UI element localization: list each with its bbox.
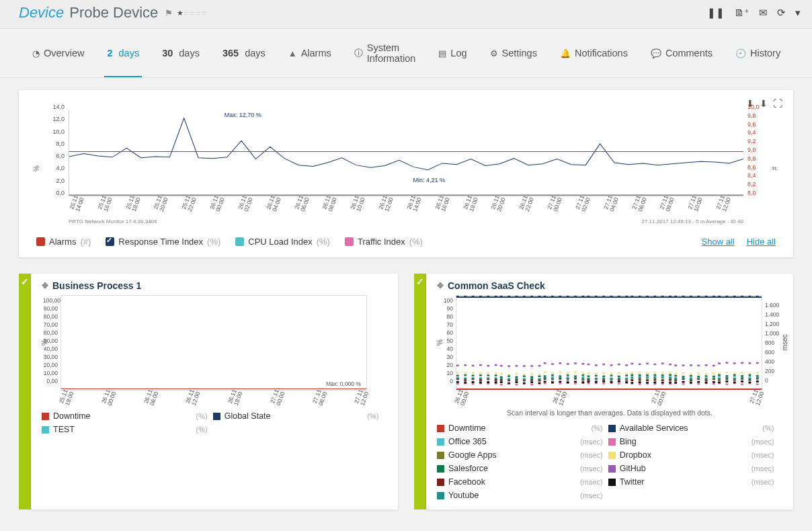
pause-icon[interactable]: ❚❚ <box>705 5 727 20</box>
tab-icon: ▲ <box>288 48 297 58</box>
mail-icon[interactable]: ✉ <box>757 5 770 20</box>
chart-footer-right: 27.11.2017 12:49:13 - 5 m Average - ID 4… <box>641 218 743 224</box>
expand-icon[interactable]: ⛶ <box>773 98 782 109</box>
checkbox-icon[interactable] <box>106 237 114 246</box>
svg-rect-441 <box>602 378 605 380</box>
svg-rect-387 <box>516 382 518 384</box>
checkbox-icon[interactable] <box>235 237 244 246</box>
svg-rect-278 <box>639 374 641 376</box>
svg-rect-276 <box>625 374 628 376</box>
svg-rect-388 <box>523 382 526 384</box>
tab-365days[interactable]: 365days <box>220 36 268 77</box>
svg-rect-329 <box>705 364 708 366</box>
y-ticks: 1009080706050403020100 <box>438 296 453 385</box>
checkbox-icon[interactable] <box>345 237 354 246</box>
svg-rect-305 <box>530 365 533 367</box>
svg-rect-430 <box>523 378 526 380</box>
legend-item[interactable]: Bing(msec) <box>608 437 774 446</box>
x-ticks: 26.11 00:0026.11 12:0027.11 00:0027.11 1… <box>456 391 764 405</box>
legend-item[interactable]: Downtime(%) <box>42 411 208 421</box>
svg-rect-162 <box>713 383 715 385</box>
svg-rect-398 <box>595 381 598 383</box>
svg-rect-220 <box>523 374 526 376</box>
add-file-icon[interactable]: 🗎⁺ <box>732 5 752 20</box>
legend-item[interactable]: GitHub(msec) <box>608 464 774 473</box>
svg-rect-270 <box>581 374 584 376</box>
svg-rect-458 <box>725 377 728 379</box>
svg-rect-246 <box>713 372 715 374</box>
svg-rect-225 <box>559 371 561 373</box>
tab-30days[interactable]: 30days <box>159 36 202 77</box>
svg-rect-279 <box>646 374 649 376</box>
legend-item[interactable]: Salesforce(msec) <box>437 464 603 473</box>
svg-rect-406 <box>653 382 656 384</box>
legend-item[interactable]: Twitter(msec) <box>608 477 774 487</box>
svg-rect-385 <box>500 381 503 383</box>
svg-rect-461 <box>749 378 752 380</box>
refresh-icon[interactable]: ⟳ <box>775 5 788 20</box>
legend-item[interactable]: Alarms(#) <box>36 237 91 247</box>
svg-rect-395 <box>574 381 577 383</box>
menu-caret-icon[interactable]: ▾ <box>793 5 803 20</box>
legend-item[interactable]: Available Services(%) <box>608 423 774 433</box>
legend-item[interactable]: Downtime(%) <box>437 423 603 433</box>
checkbox-icon[interactable] <box>36 237 45 246</box>
svg-rect-415 <box>718 382 721 384</box>
legend-item[interactable]: Dropbox(msec) <box>608 450 774 460</box>
tab-sysinfo[interactable]: ⓘSystem Information <box>352 36 419 77</box>
swatch-icon <box>608 479 616 486</box>
svg-rect-310 <box>567 363 569 365</box>
svg-rect-239 <box>661 372 664 374</box>
legend-item[interactable]: Office 365(msec) <box>437 437 603 446</box>
svg-rect-125 <box>749 376 752 378</box>
legend-item[interactable]: Facebook(msec) <box>437 477 603 487</box>
tab-settings[interactable]: ⚙Settings <box>487 36 540 77</box>
svg-rect-443 <box>618 378 620 380</box>
legend-item[interactable]: Google Apps(msec) <box>437 450 603 460</box>
svg-rect-321 <box>646 363 649 365</box>
svg-rect-281 <box>661 374 664 376</box>
tab-log[interactable]: ▤Log <box>436 36 469 77</box>
svg-rect-307 <box>544 362 546 364</box>
flag-icon[interactable]: ⚑ <box>165 8 173 18</box>
download-icon-2[interactable]: ⬇ <box>760 98 768 109</box>
show-all-link[interactable]: Show all <box>702 237 735 247</box>
svg-rect-315 <box>602 364 605 366</box>
svg-rect-286 <box>697 376 700 378</box>
svg-rect-249 <box>733 372 736 374</box>
legend-item[interactable]: TEST(%) <box>42 425 208 434</box>
svg-rect-244 <box>697 372 700 374</box>
swatch-icon <box>42 426 49 434</box>
tab-history[interactable]: 🕘History <box>733 36 783 77</box>
tab-alarms[interactable]: ▲Alarms <box>286 36 334 77</box>
legend-item[interactable]: Youtube(msec) <box>437 491 603 500</box>
svg-rect-446 <box>639 377 641 379</box>
hide-all-link[interactable]: Hide all <box>747 237 776 247</box>
tab-2days[interactable]: 2days <box>104 36 142 77</box>
svg-rect-285 <box>690 375 692 377</box>
chart-anno-max: Max: 0,000 % <box>326 380 361 387</box>
legend-item[interactable]: Traffic Index(%) <box>345 237 423 247</box>
panel-title[interactable]: Common SaaS Check <box>448 280 545 291</box>
svg-rect-383 <box>487 382 489 384</box>
drag-handle-icon[interactable]: ✥ <box>437 281 444 290</box>
rating-stars[interactable]: ★☆☆☆☆ <box>177 9 207 17</box>
legend-item[interactable]: Global State(%) <box>213 411 379 421</box>
tab-overview[interactable]: ◔Overview <box>30 36 87 77</box>
drag-handle-icon[interactable]: ✥ <box>42 281 48 290</box>
svg-rect-219 <box>516 373 518 375</box>
legend-item[interactable]: Response Time Index(%) <box>106 237 220 247</box>
legend-item[interactable]: CPU Load Index(%) <box>235 237 330 247</box>
svg-rect-232 <box>610 373 613 375</box>
svg-rect-440 <box>595 378 598 380</box>
tab-notifications[interactable]: 🔔Notifications <box>557 36 631 77</box>
svg-rect-242 <box>682 372 685 374</box>
panel-title[interactable]: Business Process 1 <box>52 280 141 291</box>
svg-rect-312 <box>581 363 584 365</box>
y2-ticks: 1.6001.4001.2001.0008006004002000 <box>765 300 785 385</box>
svg-rect-293 <box>749 374 752 376</box>
svg-rect-436 <box>567 378 569 380</box>
svg-rect-262 <box>523 375 526 377</box>
svg-rect-449 <box>661 377 664 379</box>
tab-comments[interactable]: 💬Comments <box>648 36 715 77</box>
